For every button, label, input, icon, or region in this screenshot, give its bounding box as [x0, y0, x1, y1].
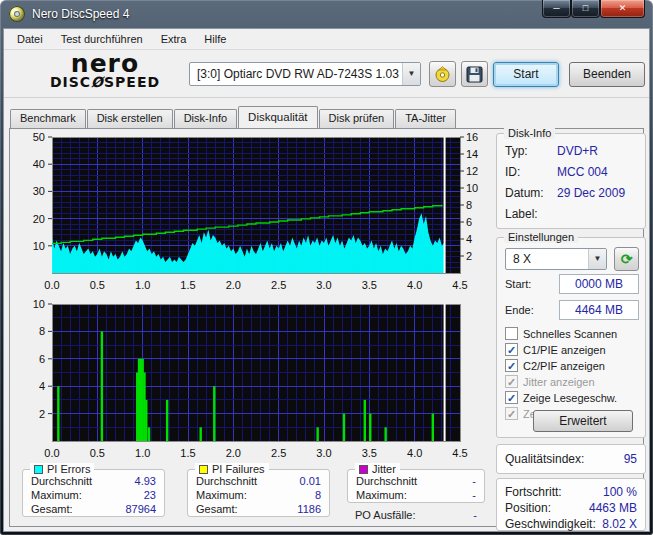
- checkbox-icon[interactable]: ✓: [505, 391, 518, 404]
- disk-info-value: 29 Dec 2009: [557, 186, 625, 200]
- svg-text:0.5: 0.5: [90, 279, 105, 291]
- tab-diskqualit-t[interactable]: Diskqualität: [238, 106, 317, 128]
- tab-page-diskquality: 10203040502468101214160.00.51.01.52.02.5…: [9, 128, 644, 527]
- drive-select[interactable]: [3:0] Optiarc DVD RW AD-7243S 1.03 ▼: [189, 62, 421, 86]
- stats-value: 8: [315, 489, 321, 501]
- stats-label: Durchschnitt: [196, 475, 257, 487]
- svg-text:10: 10: [33, 240, 45, 252]
- checkbox-label: Schnelles Scannen: [523, 328, 617, 340]
- svg-text:4: 4: [466, 233, 472, 245]
- stats-group-title: Jitter: [355, 463, 400, 475]
- disk-info-label: Label:: [505, 207, 538, 221]
- po-failures-value: -: [473, 509, 477, 521]
- tab-disk-pr-fen[interactable]: Disk prüfen: [319, 109, 395, 128]
- svg-text:1.5: 1.5: [180, 279, 195, 291]
- chevron-down-icon[interactable]: ▼: [402, 63, 420, 85]
- quality-index-value: 95: [624, 452, 637, 466]
- checkbox-c1-pie-anzeigen[interactable]: ✓C1/PIE anzeigen: [505, 342, 641, 357]
- svg-text:2: 2: [466, 250, 472, 262]
- checkbox-jitter-anzeigen[interactable]: ✓Jitter anzeigen: [505, 374, 641, 389]
- disk-info-label: ID:: [505, 165, 520, 179]
- svg-text:4.0: 4.0: [407, 279, 422, 291]
- quality-index-box: Qualitätsindex: 95: [496, 444, 646, 474]
- stats-label: Maximum:: [356, 489, 407, 501]
- checkbox-icon[interactable]: ✓: [505, 343, 518, 356]
- svg-text:4.5: 4.5: [452, 447, 467, 459]
- advanced-button[interactable]: Erweitert: [533, 410, 633, 432]
- chevron-down-icon[interactable]: ▼: [588, 249, 606, 269]
- checkbox-label: Zeige Lesegeschw.: [523, 392, 617, 404]
- minimize-button[interactable]: ─: [542, 0, 571, 18]
- menu-datei[interactable]: Datei: [8, 30, 52, 48]
- svg-text:40: 40: [33, 158, 45, 170]
- svg-text:4: 4: [39, 380, 45, 392]
- toolbar: nero DISCØSPEED [3:0] Optiarc DVD RW AD-…: [4, 51, 649, 98]
- tab-disk-erstellen[interactable]: Disk erstellen: [87, 109, 173, 128]
- maximize-button[interactable]: □: [571, 0, 600, 18]
- start-position-input[interactable]: [559, 274, 639, 294]
- eject-disc-button[interactable]: [429, 61, 456, 87]
- start-button[interactable]: Start: [493, 62, 559, 87]
- stats-row: Gesamt:87964: [31, 503, 156, 519]
- checkbox-c2-pif-anzeigen[interactable]: ✓C2/PIF anzeigen: [505, 358, 641, 373]
- refresh-button[interactable]: ⟳: [614, 247, 639, 271]
- svg-text:20: 20: [33, 213, 45, 225]
- quality-index-label: Qualitätsindex:: [505, 452, 584, 466]
- tab-benchmark[interactable]: Benchmark: [10, 109, 86, 128]
- svg-text:6: 6: [466, 216, 472, 228]
- start-position-label: Start:: [505, 278, 531, 290]
- end-position-input[interactable]: [559, 300, 639, 320]
- quit-button[interactable]: Beenden: [569, 62, 645, 87]
- client-area: DateiTest durchführenExtraHilfe nero DIS…: [3, 28, 650, 532]
- progress-label: Fortschritt:: [505, 485, 562, 499]
- checkbox-schnelles-scannen[interactable]: Schnelles Scannen: [505, 326, 641, 341]
- pi-failures-chart: 2468100.00.51.01.52.02.53.03.54.04.5: [12, 299, 492, 461]
- checkbox-icon[interactable]: [505, 327, 518, 340]
- stats-row: Gesamt:1186: [196, 503, 321, 519]
- disk-info-group: Disk-Info Typ:DVD+RID:MCC 004Datum:29 De…: [496, 133, 646, 229]
- disc-eject-icon: [434, 66, 451, 83]
- stats-row: Maximum:-: [356, 489, 476, 505]
- svg-text:1.0: 1.0: [135, 279, 150, 291]
- disk-info-row: Datum:29 Dec 2009: [505, 186, 637, 202]
- svg-text:10: 10: [466, 182, 478, 194]
- title-bar[interactable]: Nero DiscSpeed 4 ─ □ ✕: [0, 0, 653, 28]
- disk-info-value: DVD+R: [557, 144, 598, 158]
- stats-value: 1186: [297, 503, 321, 515]
- stats-value: 4.93: [135, 475, 156, 487]
- menu-bar: DateiTest durchführenExtraHilfe: [4, 29, 649, 50]
- po-failures-label: PO Ausfälle:: [355, 509, 416, 521]
- stats-group-pi-errors: PI ErrorsDurchschnitt4.93Maximum:23Gesam…: [22, 469, 165, 517]
- progress-value: 4463 MB: [589, 501, 637, 515]
- close-button[interactable]: ✕: [600, 0, 645, 18]
- menu-test-durchf-hren[interactable]: Test durchführen: [52, 30, 152, 48]
- speed-select[interactable]: 8 X ▼: [505, 248, 607, 270]
- stats-value: -: [472, 489, 476, 501]
- menu-extra[interactable]: Extra: [152, 30, 196, 48]
- checkbox-label: C1/PIE anzeigen: [523, 344, 606, 356]
- settings-group: Einstellungen 8 X ▼ ⟳ Start: Ende: Schne…: [496, 237, 646, 438]
- disk-info-value: MCC 004: [557, 165, 608, 179]
- save-button[interactable]: [461, 61, 488, 87]
- disk-info-row: Label:: [505, 207, 637, 223]
- svg-text:1.5: 1.5: [180, 447, 195, 459]
- tab-ta-jitter[interactable]: TA-Jitter: [395, 109, 456, 128]
- svg-text:14: 14: [466, 148, 478, 160]
- disk-info-title: Disk-Info: [504, 127, 555, 139]
- settings-title: Einstellungen: [504, 231, 578, 243]
- menu-hilfe[interactable]: Hilfe: [195, 30, 235, 48]
- svg-text:0.0: 0.0: [44, 447, 59, 459]
- checkbox-zeige-lesegeschw[interactable]: ✓Zeige Lesegeschw.: [505, 390, 641, 405]
- legend-swatch-icon: [34, 465, 43, 474]
- svg-text:4.0: 4.0: [407, 447, 422, 459]
- progress-value: 8.02 X: [602, 517, 637, 531]
- svg-text:30: 30: [33, 185, 45, 197]
- tab-disk-info[interactable]: Disk-Info: [174, 109, 237, 128]
- stats-label: Durchschnitt: [31, 475, 92, 487]
- checkbox-label: C2/PIF anzeigen: [523, 360, 605, 372]
- progress-label: Geschwindigkeit:: [505, 517, 596, 531]
- checkbox-icon[interactable]: ✓: [505, 375, 518, 388]
- checkbox-icon[interactable]: ✓: [505, 407, 518, 420]
- checkbox-icon[interactable]: ✓: [505, 359, 518, 372]
- disc-glyph-icon: Ø: [91, 74, 104, 90]
